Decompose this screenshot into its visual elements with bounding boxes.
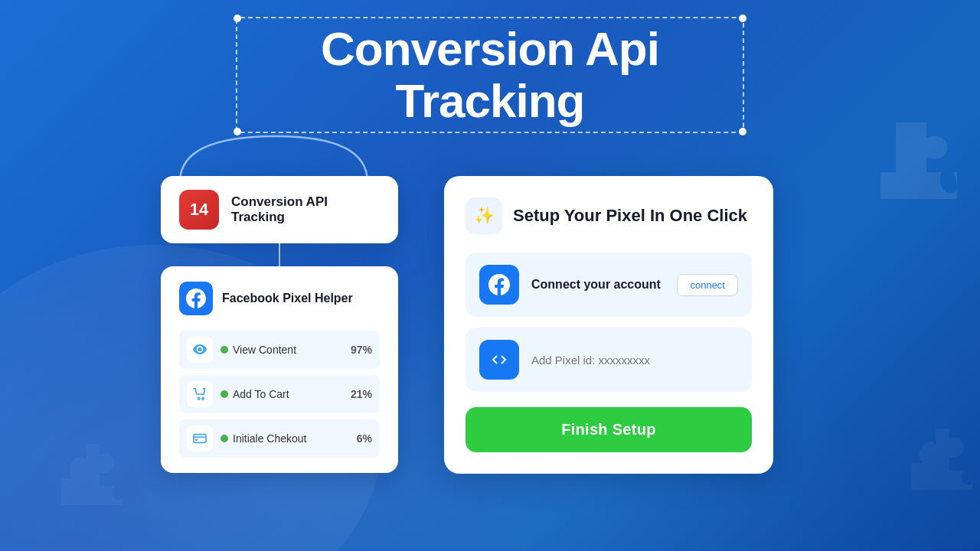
corner-dot-bl <box>234 128 241 135</box>
add-to-cart-icon <box>187 381 213 407</box>
connect-account-label: Connect your account <box>531 278 665 292</box>
checkout-label: Initiale Chekout <box>220 432 349 445</box>
cursor-icon: ✨ <box>466 197 502 234</box>
corner-dot-tr <box>739 15 746 22</box>
setup-title: Setup Your Pixel In One Click <box>513 206 747 226</box>
left-column: 14 Conversion API Tracking Facebook Pixe… <box>161 176 398 473</box>
pixel-id-row <box>466 328 752 392</box>
fb-helper-card: Facebook Pixel Helper View Content 97% <box>161 266 398 473</box>
corner-dot-tl <box>234 15 241 22</box>
svg-rect-1 <box>195 439 198 441</box>
pixel-id-input[interactable] <box>531 354 738 367</box>
title-area: Conversion Api Tracking <box>245 23 735 127</box>
fb-card-title: Facebook Pixel Helper <box>222 292 353 305</box>
app-number-badge: 14 <box>179 190 219 230</box>
connect-account-row: Connect your account connect <box>466 253 752 317</box>
view-content-pct: 97% <box>351 344 372 356</box>
setup-panel: ✨ Setup Your Pixel In One Click Connect … <box>444 176 773 474</box>
add-to-cart-label: Add To Cart <box>220 388 343 400</box>
fb-card-header: Facebook Pixel Helper <box>179 282 380 315</box>
checkout-pct: 6% <box>357 432 372 445</box>
metric-row-view-content: View Content 97% <box>179 331 380 369</box>
green-dot-2 <box>220 390 228 398</box>
app-card: 14 Conversion API Tracking <box>161 176 398 243</box>
title-bracket: Conversion Api Tracking <box>245 23 735 127</box>
green-dot-3 <box>220 435 228 442</box>
code-icon <box>479 340 519 380</box>
metric-row-add-to-cart: Add To Cart 21% <box>179 375 380 413</box>
metric-row-checkout: Initiale Chekout 6% <box>179 419 380 458</box>
setup-header: ✨ Setup Your Pixel In One Click <box>466 197 752 234</box>
connect-button[interactable]: connect <box>677 274 738 296</box>
facebook-icon <box>179 282 213 315</box>
page-title: Conversion Api Tracking <box>245 23 735 127</box>
finish-setup-button[interactable]: Finish Setup <box>466 407 752 452</box>
app-card-title: Conversion API Tracking <box>231 194 380 225</box>
puzzle-decoration-top-right <box>880 122 957 199</box>
green-dot-1 <box>220 346 228 354</box>
facebook-connect-icon <box>479 265 519 305</box>
add-to-cart-pct: 21% <box>351 388 372 400</box>
svg-rect-0 <box>194 435 206 443</box>
puzzle-decoration-bottom-left <box>61 444 122 505</box>
view-content-icon <box>187 337 213 363</box>
view-content-label: View Content <box>220 344 343 356</box>
corner-dot-br <box>739 128 746 135</box>
puzzle-decoration-bottom-right <box>911 429 972 490</box>
checkout-icon <box>187 425 213 452</box>
vertical-connector-1 <box>279 243 280 266</box>
